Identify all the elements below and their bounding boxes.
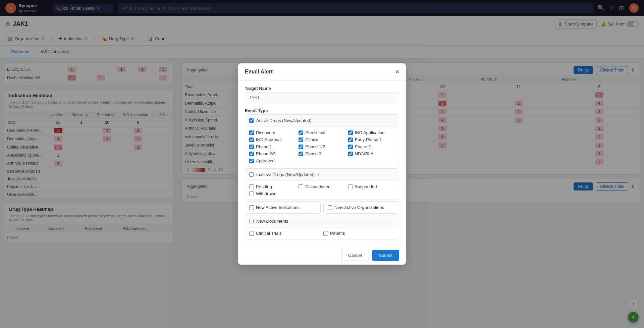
checkbox-phase-3[interactable]: Phase 3: [299, 151, 345, 156]
new-active-organizations-section: New Active Organizations: [323, 201, 399, 214]
active-drugs-checkbox[interactable]: [249, 118, 254, 123]
target-name-label: Target Name: [245, 86, 399, 91]
checkbox-ind-approval[interactable]: IND Approval: [249, 137, 296, 142]
modal-close-button[interactable]: ×: [395, 69, 399, 75]
new-documents-header: New Documents: [245, 215, 399, 227]
checkbox-patents[interactable]: Patents: [323, 231, 395, 236]
modal-header: Email Alert ×: [238, 63, 406, 80]
checkbox-preclinical[interactable]: Preclinical: [299, 130, 345, 135]
checkbox-new-active-indications[interactable]: New Active Indications: [249, 205, 316, 210]
checkbox-phase-2[interactable]: Phase 2: [348, 144, 395, 149]
new-active-organizations-label: New Active Organizations: [334, 205, 384, 210]
new-active-indications-label: New Active Indications: [256, 205, 300, 210]
inactive-drugs-label: Inactive Drugs (New/Updated): [256, 172, 315, 177]
new-documents-items: Clinical Trials Patents: [249, 231, 395, 236]
target-name-input[interactable]: [245, 92, 399, 103]
email-alert-modal: Email Alert × Target Name Event Type Act…: [238, 63, 406, 265]
new-documents-body: Clinical Trials Patents: [245, 227, 399, 239]
checkbox-phase-2-3[interactable]: Phase 2/3: [249, 151, 296, 156]
modal-overlay: Email Alert × Target Name Event Type Act…: [0, 0, 644, 328]
checkbox-phase-1-2[interactable]: Phase 1/2: [299, 144, 345, 149]
submit-button[interactable]: Submit: [372, 250, 399, 261]
checkbox-suspended[interactable]: Suspended: [348, 184, 395, 189]
new-documents-label: New Documents: [256, 219, 288, 224]
active-drugs-section: Active Drugs (New/Updated) Discovery Pre…: [245, 114, 399, 167]
inactive-drugs-section: Inactive Drugs (New/Updated) ℹ Pending D…: [245, 168, 399, 200]
modal-body: Target Name Event Type Active Drugs (New…: [238, 80, 406, 245]
modal-title: Email Alert: [245, 69, 273, 75]
checkbox-ind-application[interactable]: IND Application: [348, 130, 395, 135]
inactive-drugs-checkbox[interactable]: [249, 172, 254, 177]
checkbox-clinical[interactable]: Clinical: [299, 137, 345, 142]
active-drugs-label: Active Drugs (New/Updated): [256, 118, 312, 123]
standalone-checks: New Active Indications New Active Organi…: [245, 201, 399, 214]
checkbox-withdrawn[interactable]: Withdrawn: [249, 191, 296, 196]
active-drugs-body: Discovery Preclinical IND Application IN…: [245, 127, 399, 167]
new-active-indications-section: New Active Indications: [245, 201, 321, 214]
checkbox-discontinued[interactable]: Discontinued: [299, 184, 345, 189]
checkbox-nda-bla[interactable]: NDA/BLA: [348, 151, 395, 156]
checkbox-discovery[interactable]: Discovery: [249, 130, 296, 135]
new-documents-checkbox[interactable]: [249, 219, 254, 223]
cancel-button[interactable]: Cancel: [341, 250, 369, 261]
modal-footer: Cancel Submit: [238, 245, 406, 265]
checkbox-new-active-organizations[interactable]: New Active Organizations: [328, 205, 395, 210]
checkbox-early-phase-1[interactable]: Early Phase 1: [348, 137, 395, 142]
checkbox-phase-1[interactable]: Phase 1: [249, 144, 296, 149]
inactive-drugs-header: Inactive Drugs (New/Updated) ℹ: [245, 169, 399, 181]
event-type-group: Event Type Active Drugs (New/Updated) Di…: [245, 108, 399, 239]
active-drugs-items: Discovery Preclinical IND Application IN…: [249, 130, 395, 163]
active-drugs-header: Active Drugs (New/Updated): [245, 115, 399, 127]
new-documents-section: New Documents Clinical Trials Patents: [245, 215, 399, 239]
target-name-group: Target Name: [245, 86, 399, 103]
checkbox-pending[interactable]: Pending: [249, 184, 296, 189]
inactive-drugs-items: Pending Discontinued Suspended Withdrawn: [249, 184, 395, 196]
inactive-drugs-body: Pending Discontinued Suspended Withdrawn: [245, 181, 399, 200]
checkbox-approved[interactable]: Approved: [249, 158, 296, 163]
checkbox-clinical-trials[interactable]: Clinical Trials: [249, 231, 321, 236]
info-icon: ℹ: [317, 172, 319, 177]
event-type-label: Event Type: [245, 108, 399, 113]
